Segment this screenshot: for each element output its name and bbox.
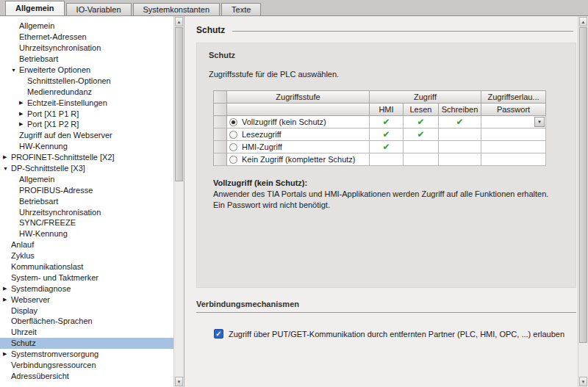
- check-icon-lesen: ✔: [404, 129, 439, 141]
- chevron-right-icon[interactable]: ▶: [3, 297, 11, 303]
- table-row-selector[interactable]: [214, 116, 227, 129]
- sidebar-item-zugriff-auf-den-webserver[interactable]: Zugriff auf den Webserver: [0, 130, 173, 141]
- tab-systemkonstanten[interactable]: Systemkonstanten: [133, 3, 220, 15]
- check-icon: ✓: [215, 330, 221, 338]
- sidebar-item-profibus-adresse[interactable]: PROFIBUS-Adresse: [0, 184, 173, 195]
- navigation-tree: AllgemeinEthernet-AdressenUhrzeitsynchro…: [0, 21, 173, 381]
- check-icon-hmi: ✔: [370, 141, 404, 153]
- sidebar-item-systemstromversorgung[interactable]: ▶Systemstromversorgung: [0, 349, 173, 360]
- chevron-right-icon[interactable]: ▶: [3, 351, 11, 357]
- radio-lesezugriff[interactable]: [229, 131, 237, 139]
- sidebar-item-label: Anlauf: [11, 240, 34, 249]
- chevron-right-icon[interactable]: ▶: [19, 100, 27, 106]
- radio-dot: [232, 120, 235, 124]
- sidebar-item-webserver[interactable]: ▶Webserver: [0, 294, 173, 305]
- empty-cell-hmi: [370, 153, 404, 166]
- dropdown-arrow-icon[interactable]: ▼: [534, 117, 545, 127]
- sidebar-item-label: Ethernet-Adressen: [19, 32, 87, 41]
- sidebar-item-profinet-schnittstelle-x2[interactable]: ▶PROFINET-Schnittstelle [X2]: [0, 152, 173, 163]
- scroll-down-icon[interactable]: ▼: [579, 377, 587, 386]
- sidebar-item-uhrzeitsynchronisation[interactable]: Uhrzeitsynchronisation: [0, 206, 173, 217]
- sidebar-item-oberflachen-sprachen[interactable]: Oberflächen-Sprachen: [0, 316, 173, 327]
- sidebar-item-allgemein[interactable]: Allgemein: [0, 173, 173, 184]
- radio-hmi-zugriff[interactable]: [229, 143, 237, 151]
- sidebar-item-betriebsart[interactable]: Betriebsart: [0, 195, 173, 206]
- sidebar-item-uhrzeitsynchronisation[interactable]: Uhrzeitsynchronisation: [0, 43, 173, 54]
- sidebar-item-anlauf[interactable]: Anlauf: [0, 239, 173, 250]
- sidebar-item-sync-freeze[interactable]: SYNC/FREEZE: [0, 217, 173, 228]
- scroll-up-icon[interactable]: ▲: [175, 17, 183, 26]
- table-row[interactable]: Kein Zugriff (kompletter Schutz): [227, 153, 370, 166]
- table-row[interactable]: Vollzugriff (kein Schutz): [227, 116, 370, 129]
- sidebar-item-port-x1-p1-r[interactable]: ▶Port [X1 P1 R]: [0, 108, 173, 119]
- empty-cell-schreiben: [439, 129, 481, 141]
- table-row[interactable]: HMI-Zugriff: [227, 141, 370, 153]
- table-corner-cell: [214, 91, 227, 104]
- radio-vollzugriff-kein-schutz[interactable]: [229, 118, 237, 126]
- sidebar-item-label: Verbindungsressourcen: [11, 361, 96, 369]
- sidebar-item-hw-kennung[interactable]: HW-Kennung: [0, 141, 173, 152]
- sidebar-item-dp-schnittstelle-x3[interactable]: ▼DP-Schnittstelle [X3]: [0, 163, 173, 174]
- tab-allgemein[interactable]: Allgemein: [5, 1, 65, 15]
- passwort-cell: [481, 153, 546, 166]
- sidebar-item-label: Uhrzeitsynchronisation: [19, 43, 101, 52]
- check-icon-lesen: ✔: [404, 116, 439, 129]
- sidebar-item-schutz[interactable]: Schutz: [0, 338, 173, 349]
- sidebar-item-label: Port [X1 P1 R]: [27, 109, 79, 118]
- chevron-right-icon[interactable]: ▶: [19, 121, 27, 127]
- empty-cell-schreiben: [439, 153, 481, 166]
- check-icon-hmi: ✔: [370, 116, 404, 129]
- sidebar-item-zyklus[interactable]: Zyklus: [0, 250, 173, 261]
- title-divider: [232, 31, 573, 32]
- access-level-description: Vollzugriff (kein Schutz): Anwender des …: [213, 178, 564, 211]
- chevron-down-icon[interactable]: ▼: [11, 68, 19, 73]
- sidebar-item-label: Oberflächen-Sprachen: [11, 317, 93, 325]
- access-level-label: Kein Zugriff (kompletter Schutz): [242, 153, 355, 165]
- sidebar-scrollbar[interactable]: ▲ ▼: [173, 16, 184, 387]
- putget-checkbox-label: Zugriff über PUT/GET-Kommunikation durch…: [229, 329, 564, 339]
- sidebar-item-adressubersicht[interactable]: Adressübersicht: [0, 371, 173, 382]
- sidebar-item-verbindungsressourcen[interactable]: Verbindungsressourcen: [0, 360, 173, 371]
- sidebar-item-port-x1-p2-r[interactable]: ▶Port [X1 P2 R]: [0, 119, 173, 130]
- sidebar-item-label: Systemstromversorgung: [11, 350, 98, 358]
- sidebar-item-allgemein[interactable]: Allgemein: [0, 21, 173, 32]
- chevron-right-icon[interactable]: ▶: [3, 154, 11, 160]
- passwort-cell[interactable]: ▼: [481, 116, 546, 129]
- sidebar-item-system-und-taktmerker[interactable]: System- und Taktmerker: [0, 272, 173, 283]
- sidebar-item-kommunikationslast[interactable]: Kommunikationslast: [0, 261, 173, 272]
- scroll-up-icon[interactable]: ▲: [579, 17, 587, 26]
- sidebar-item-echtzeit-einstellungen[interactable]: ▶Echtzeit-Einstellungen: [0, 97, 173, 108]
- sidebar-item-hw-kennung[interactable]: HW-Kennung: [0, 228, 173, 239]
- sidebar-item-label: HW-Kennung: [19, 142, 68, 151]
- table-row-selector[interactable]: [214, 153, 227, 166]
- sidebar-item-erweiterte-optionen[interactable]: ▼Erweiterte Optionen: [0, 65, 173, 76]
- main-scrollbar[interactable]: ▲ ▼: [578, 16, 588, 387]
- main-scrollbar-thumb[interactable]: [579, 27, 587, 343]
- scroll-down-icon[interactable]: ▼: [175, 377, 183, 386]
- sidebar-item-label: PROFINET-Schnittstelle [X2]: [11, 153, 115, 162]
- navigation-sidebar: AllgemeinEthernet-AdressenUhrzeitsynchro…: [0, 16, 184, 387]
- access-level-label: HMI-Zugriff: [242, 141, 282, 153]
- tab-io-variablen[interactable]: IO-Variablen: [66, 3, 132, 15]
- sidebar-item-ethernet-adressen[interactable]: Ethernet-Adressen: [0, 32, 173, 43]
- sidebar-item-uhrzeit[interactable]: Uhrzeit: [0, 327, 173, 338]
- sidebar-item-label: DP-Schnittstelle [X3]: [11, 164, 85, 173]
- description-line-1: Anwender des TIA Portals und HMI-Applika…: [213, 189, 564, 200]
- sidebar-item-schnittstellen-optionen[interactable]: Schnittstellen-Optionen: [0, 75, 173, 86]
- putget-checkbox[interactable]: ✓: [214, 329, 223, 339]
- radio-kein-zugriff-kompletter-schutz[interactable]: [229, 156, 237, 164]
- chevron-right-icon[interactable]: ▶: [3, 286, 11, 292]
- table-row[interactable]: Lesezugriff: [227, 129, 370, 141]
- chevron-down-icon[interactable]: ▼: [3, 166, 11, 171]
- sidebar-item-systemdiagnose[interactable]: ▶Systemdiagnose: [0, 283, 173, 294]
- tab-texte[interactable]: Texte: [221, 3, 261, 15]
- table-row-selector[interactable]: [214, 141, 227, 153]
- sidebar-scrollbar-thumb[interactable]: [175, 27, 183, 181]
- sidebar-item-medienredundanz[interactable]: Medienredundanz: [0, 86, 173, 97]
- passwort-dropdown[interactable]: ▼: [481, 116, 545, 128]
- chevron-right-icon[interactable]: ▶: [19, 111, 27, 117]
- sidebar-item-display[interactable]: Display: [0, 305, 173, 316]
- sidebar-item-betriebsart[interactable]: Betriebsart: [0, 54, 173, 65]
- column-header-passwort: Passwort: [481, 104, 546, 116]
- table-row-selector[interactable]: [214, 129, 227, 141]
